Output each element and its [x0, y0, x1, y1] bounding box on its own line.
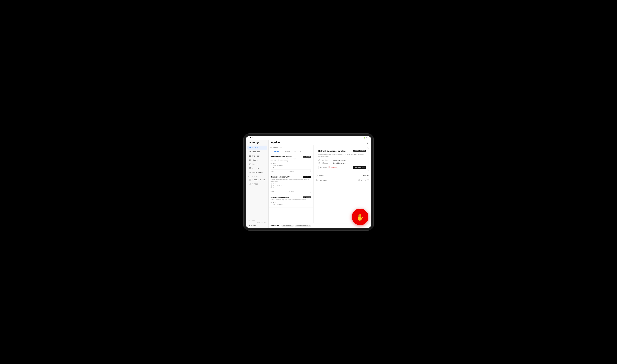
- save-changes-button[interactable]: SAVE CHANGES: [353, 166, 366, 169]
- job-meta-schedule: Every 15 Minutes: [271, 165, 311, 166]
- sidebar-item-settings[interactable]: Settings: [247, 182, 267, 186]
- footer-location: Times Square: [248, 223, 266, 225]
- copy-icon: [316, 179, 318, 181]
- pin-job-label[interactable]: Pin job: [361, 180, 366, 181]
- play-icon: [360, 174, 362, 177]
- sidebar-item-schedule-bulk[interactable]: Schedule in bulk: [247, 178, 267, 182]
- job-title: Remove backorder SKUs: [271, 176, 290, 178]
- run-time-value: 16 Mar 2023, 06:49: [333, 159, 346, 161]
- disable-button[interactable]: DISABLE: [329, 166, 338, 169]
- job-badge: in 11 minutes: [303, 196, 311, 198]
- job-schedule: Every 15 Minutes: [273, 165, 283, 166]
- job-card-3[interactable]: Remove pre-order tags in 11 minutes Remo…: [269, 195, 313, 208]
- detail-card: Refresh backorder catalog running in 11 …: [316, 147, 369, 171]
- pinned-tag-import-products[interactable]: Import new products ✕: [295, 225, 311, 227]
- svg-point-12: [250, 183, 250, 184]
- activity-icon: [249, 146, 251, 149]
- sidebar-item-label: Miscellaneous: [252, 172, 263, 173]
- schedule-value[interactable]: Every 15 minutes ▾: [333, 162, 346, 164]
- job-card-1[interactable]: Refresh backorder catalog in 11 minutes …: [269, 154, 313, 174]
- job-retries: 0: [273, 167, 274, 168]
- repeat-icon: [271, 165, 272, 166]
- sidebar-item-inventory[interactable]: Inventory: [247, 162, 267, 166]
- svg-point-13: [270, 147, 272, 148]
- bar-chart-icon: [249, 171, 251, 174]
- job-desc: Remove pre-order tags from parent produc…: [271, 199, 311, 201]
- sidebar-nav: Pipeline Initial load Pre-or: [246, 145, 268, 219]
- cancel-button[interactable]: CANCEL: [289, 191, 294, 193]
- svg-line-14: [271, 148, 272, 148]
- pinned-tag-label: Import new products: [296, 225, 308, 226]
- status-time: 9:41 Mon Jun 3: [249, 137, 259, 139]
- sidebar-item-label: Pipeline: [252, 147, 258, 149]
- more-button[interactable]: ⋮: [309, 191, 311, 193]
- cancel-button[interactable]: CANCEL: [289, 171, 294, 172]
- run-time-label: Run time: [322, 159, 332, 161]
- job-actions: SKIP CANCEL ⋮: [271, 190, 311, 193]
- grid-icon: [249, 155, 251, 157]
- job-card-header: Remove backorder SKUs in 11 minutes: [271, 176, 311, 178]
- diamond-icon: [249, 151, 251, 153]
- app-title: Job Manager: [246, 140, 268, 145]
- job-meta-retries: 0: [271, 187, 311, 189]
- tab-pending[interactable]: PENDING: [270, 150, 281, 154]
- copy-details-label[interactable]: Copy details: [319, 180, 327, 181]
- run-now-label[interactable]: Run now: [363, 175, 369, 176]
- jobs-list: Refresh backorder catalog in 11 minutes …: [269, 154, 313, 223]
- battery-icon: 🔋: [363, 137, 365, 139]
- job-time: 06:49: [273, 183, 276, 185]
- stop-overlay: ✋: [352, 209, 368, 225]
- sidebar-item-miscellaneous[interactable]: Miscellaneous: [247, 170, 267, 174]
- copy-details-left: Copy details: [316, 179, 327, 181]
- jobs-panel: PENDING RUNNING HISTORY Refresh backorde…: [269, 145, 314, 223]
- sidebar-item-orders[interactable]: Orders: [247, 158, 267, 162]
- running-badge: running in 11 minutes: [353, 150, 366, 152]
- job-meta-schedule: Every 15 Minutes: [271, 185, 311, 187]
- schedule-row: Schedule Every 15 minutes ▾: [318, 162, 366, 164]
- pin-checkbox[interactable]: [367, 179, 369, 181]
- battery-level: 100: [366, 137, 368, 139]
- job-retries: 0: [273, 187, 274, 189]
- tab-history[interactable]: HISTORY: [292, 150, 303, 154]
- skip-once-button[interactable]: SKIP ONCE: [318, 166, 328, 169]
- svg-rect-1: [250, 155, 251, 156]
- pinned-tag-close-import[interactable]: ✕: [309, 225, 310, 227]
- sidebar-item-pipeline[interactable]: Pipeline: [247, 145, 267, 150]
- pinned-jobs-label: Pinned jobs: [271, 225, 279, 227]
- pinned-tag-label: Broker orders: [283, 225, 291, 226]
- history-label[interactable]: History: [319, 175, 324, 176]
- sidebar-item-label: Inventory: [252, 163, 259, 165]
- sidebar-item-initial-load[interactable]: Initial load: [247, 150, 267, 154]
- job-schedule: Every 15 Minutes: [273, 204, 283, 205]
- sidebar-item-pre-order[interactable]: Pre-order: [247, 154, 267, 158]
- skip-button[interactable]: SKIP: [271, 191, 274, 193]
- brand-name: NOT NAKED: [248, 220, 266, 221]
- job-card-2[interactable]: Remove backorder SKUs in 11 minutes Remo…: [269, 174, 313, 195]
- pinned-tag-broker-orders[interactable]: Broker orders ✕: [281, 225, 294, 227]
- detail-card-header: Refresh backorder catalog running in 11 …: [318, 150, 366, 153]
- sidebar-item-products[interactable]: Products: [247, 166, 267, 170]
- search-bar: [269, 145, 313, 150]
- status-indicators: ●●● ▲ 🔋 100: [358, 137, 368, 139]
- svg-marker-20: [360, 175, 361, 176]
- skip-button[interactable]: SKIP: [271, 171, 274, 172]
- footer-store[interactable]: Not Naked ▾: [248, 225, 266, 227]
- pin-job-right: Pin job: [358, 179, 369, 181]
- retry-icon: [271, 167, 272, 168]
- schedule-label: Schedule: [322, 162, 332, 164]
- detail-title: Refresh backorder catalog: [318, 150, 346, 153]
- filter-icon[interactable]: ≡: [367, 142, 368, 144]
- clock-icon: [271, 163, 272, 164]
- sidebar-item-label: Settings: [252, 183, 258, 185]
- box-icon: [249, 163, 251, 165]
- detail-actions: SKIP ONCE DISABLE SAVE CHANGES: [318, 166, 366, 169]
- sidebar-footer: NOT NAKED America/New_York Times Square …: [246, 219, 268, 228]
- job-meta-time: 06:49: [271, 183, 311, 185]
- job-time: 06:49: [273, 163, 276, 164]
- more-button[interactable]: ⋮: [309, 170, 311, 172]
- svg-rect-3: [250, 156, 251, 156]
- tab-running[interactable]: RUNNING: [281, 150, 292, 154]
- job-actions: SKIP CANCEL ⋮: [271, 169, 311, 172]
- search-input[interactable]: [273, 147, 312, 148]
- pinned-tag-close-broker[interactable]: ✕: [291, 225, 293, 227]
